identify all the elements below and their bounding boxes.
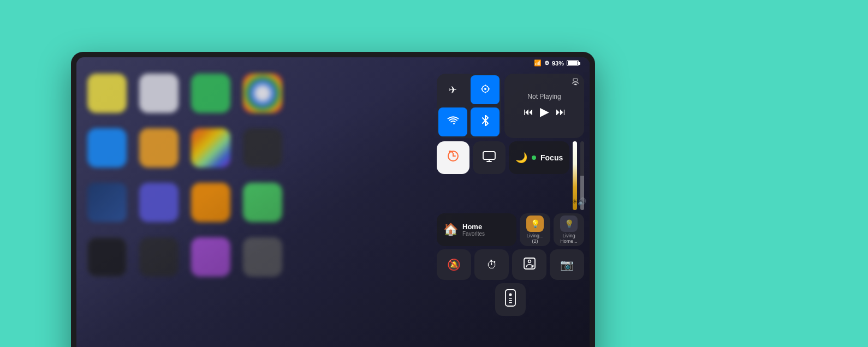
camera-button[interactable]: 📷 [550,249,584,280]
rewind-button[interactable]: ⏮ [524,106,533,118]
control-center: ✈ [437,74,584,316]
remote-button[interactable] [495,283,526,316]
focus-moon-icon: 🌙 [515,152,527,164]
svg-point-2 [575,84,576,85]
svg-rect-10 [509,298,512,299]
brightness-slider[interactable]: ☀ [573,141,576,210]
home-icon: 🏠 [443,223,458,237]
living-room-2-button[interactable]: 💡 LivingHome... [554,213,584,246]
remote-icon [505,289,516,310]
living-room-2-label: LivingHome... [560,233,578,244]
home-text: Home Favorites [462,223,485,237]
mute-button[interactable]: 🔕 [437,249,471,280]
home-button[interactable]: 🏠 Home Favorites [437,213,516,246]
svg-point-1 [484,88,486,90]
left-controls: 🌙 Focus [437,141,569,210]
cc-row-5 [437,283,584,316]
camera-icon: 📷 [560,258,574,271]
cc-row-4: 🔕 ⏱ 📷 [437,249,584,280]
airdrop-button[interactable] [471,75,500,104]
wifi-icon: 📶 [534,59,542,67]
svg-rect-11 [509,300,512,301]
connectivity-block[interactable]: ✈ [437,74,501,138]
airplay-icon [571,78,580,87]
focus-dot-icon [532,155,536,160]
wifi-button-icon [447,116,459,128]
home-title: Home [462,223,485,231]
location-icon: ⊕ [544,59,549,67]
mute-icon: 🔕 [447,258,461,271]
airdrop-icon [480,83,491,97]
timer-button[interactable]: ⏱ [474,249,509,280]
playback-controls: ⏮ ▶ ⏭ [524,105,566,119]
bluetooth-button[interactable] [471,107,500,136]
battery-icon [567,60,579,66]
cc-row-2: 🌙 Focus ☀ 🔊 [437,141,584,210]
living-room-2-icon: 💡 [560,216,578,232]
ipad-frame: 📶 ⊕ 93% ✈ [71,52,595,347]
svg-rect-12 [509,302,512,303]
fast-forward-button[interactable]: ⏭ [556,106,566,118]
cc-row-1: ✈ [437,74,584,138]
focus-button[interactable]: 🌙 Focus [509,141,569,174]
ipad-screen: 📶 ⊕ 93% ✈ [76,57,590,347]
cc-row-3: 🏠 Home Favorites 💡 Living...(2) 💡 [437,213,584,246]
orientation-lock-icon [446,149,460,166]
play-button[interactable]: ▶ [540,105,549,119]
living-room-1-button[interactable]: 💡 Living...(2) [520,213,550,246]
timer-icon: ⏱ [486,259,497,271]
now-playing-label: Not Playing [527,93,561,100]
battery-percent: 93% [552,60,564,67]
screen-mirror-button[interactable] [473,141,506,174]
home-subtitle: Favorites [462,231,485,237]
bluetooth-icon [481,115,489,129]
svg-rect-3 [573,79,578,81]
focus-label: Focus [540,153,563,162]
living-room-1-icon: 💡 [526,216,544,232]
volume-slider[interactable]: 🔊 [580,141,584,210]
volume-icon: 🔊 [578,198,586,206]
svg-rect-5 [483,152,495,159]
brightness-icon: ☀ [572,198,578,206]
airplane-mode-button[interactable]: ✈ [438,75,467,104]
screen-mirror-icon [483,151,496,165]
note-icon [524,258,536,272]
wifi-button[interactable] [438,107,467,136]
living-room-1-label: Living...(2) [526,233,543,244]
svg-point-9 [509,294,512,296]
now-playing-tile[interactable]: Not Playing ⏮ ▶ ⏭ [504,74,584,138]
orientation-lock-button[interactable] [437,141,469,174]
status-bar: 📶 ⊕ 93% [534,59,579,67]
note-button[interactable] [512,249,546,280]
svg-point-7 [528,260,531,262]
airplane-icon: ✈ [449,84,457,96]
icon-row: 🌙 Focus [437,141,569,174]
